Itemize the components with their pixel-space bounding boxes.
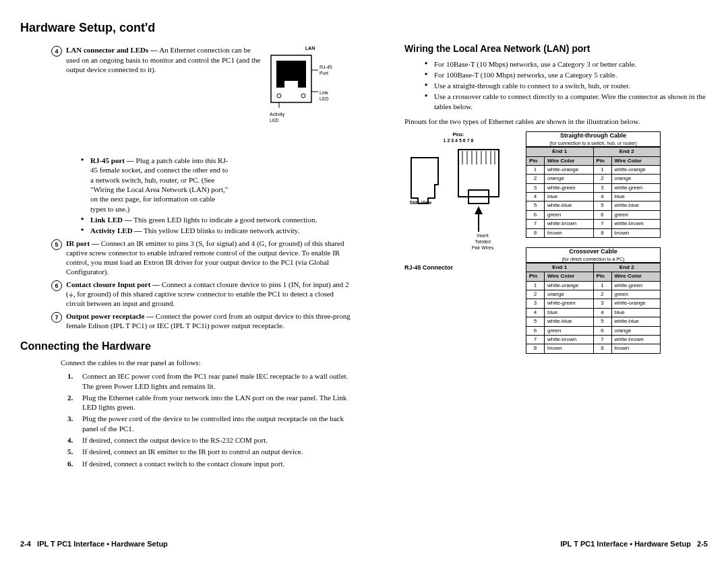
right-column: Wiring the Local Area Network (LAN) port…: [377, 42, 708, 534]
step-5: 5.If desired, connect an IR emitter to t…: [67, 447, 351, 456]
table-row: 5white-blue5white-blue: [526, 201, 661, 210]
table-row: 1white-orange1white-green: [526, 281, 661, 290]
circled-7-icon: 7: [51, 312, 62, 323]
step-3: 3.Plug the power cord of the device to b…: [67, 414, 351, 433]
svg-marker-19: [475, 206, 483, 214]
step-1: 1.Connect an IEC power cord from the PC1…: [67, 371, 351, 391]
item-4-sub-2: •Activity LED — This yellow LED blinks t…: [81, 226, 351, 235]
table-row: 8brown8brown: [526, 228, 661, 237]
wire-tables: Straight-through Cable (for connection t…: [526, 131, 708, 363]
table-row: 4blue4blue: [526, 308, 661, 317]
page-footer: 2-4 IPL T PC1 Interface • Hardware Setup…: [20, 535, 708, 549]
table-row: 8brown8brown: [526, 344, 661, 353]
circled-5-icon: 5: [51, 239, 62, 250]
item-5: 5 IR port — Connect an IR emitter to pin…: [51, 239, 351, 277]
wiring-bullet-0: •For 10Base-T (10 Mbps) networks, use a …: [425, 59, 708, 69]
table-row: 3white-green3white-orange: [526, 299, 661, 308]
page-title: Hardware Setup, cont'd: [20, 20, 708, 36]
table-row: 7white-brown7white-brown: [526, 335, 661, 344]
step-2: 2.Plug the Ethernet cable from your netw…: [67, 393, 351, 412]
connecting-heading: Connecting the Hardware: [20, 340, 351, 354]
table-row: 1white-orange1white-orange: [526, 165, 661, 174]
item-7: 7 Output power receptacle — Connect the …: [51, 311, 351, 331]
table-row: 7white-brown7white-brown: [526, 220, 661, 228]
table-row: 2orange2green: [526, 290, 661, 299]
straight-through-table: Straight-through Cable (for connection t…: [526, 131, 661, 238]
rj45-connector-icon: [404, 144, 512, 245]
table-row: 5white-blue5white-blue: [526, 317, 661, 326]
table-row: 4blue4blue: [526, 193, 661, 201]
svg-point-4: [301, 94, 305, 98]
lan-port-icon: [270, 51, 351, 112]
rj45-figure: Pins: 1 2 3 4 5 6 7 8: [404, 131, 512, 272]
item-4-sub-1: •Link LED — This green LED lights to ind…: [81, 215, 351, 224]
pinout-intro: Pinouts for the two types of Ethernet ca…: [404, 117, 708, 126]
item-4-sub-0: •RJ-45 port — Plug a patch cable into th…: [81, 156, 351, 214]
wiring-bullet-1: •For 100Base-T (100 Mbps) networks, use …: [425, 70, 708, 80]
item-4: 4 LAN RJ-4: [51, 45, 351, 153]
wiring-heading: Wiring the Local Area Network (LAN) port: [404, 42, 708, 55]
item-4-lead: LAN connector and LEDs —: [66, 46, 158, 54]
table-row: 3white-green3white-green: [526, 183, 661, 192]
svg-rect-2: [284, 81, 298, 89]
circled-6-icon: 6: [51, 280, 62, 291]
item-6: 6 Contact closure Input port — Connect a…: [51, 280, 351, 309]
crossover-table: Crossover Cable (for direct connection t…: [526, 247, 661, 354]
table-row: 6green6green: [526, 210, 661, 219]
table-row: 6green6orange: [526, 326, 661, 335]
step-4: 4.If desired, connect the output device …: [67, 435, 351, 445]
connecting-intro: Connect the cables to the rear panel as …: [61, 358, 351, 367]
circled-4-icon: 4: [51, 46, 62, 57]
table-row: 2orange2orange: [526, 175, 661, 183]
left-column: 4 LAN RJ-4: [20, 42, 351, 534]
wiring-bullet-2: •Use a straight-through cable to connect…: [425, 81, 708, 90]
svg-point-3: [277, 94, 281, 98]
step-6: 6.If desired, connect a contact switch t…: [67, 459, 351, 468]
lan-figure: LAN RJ-45 Port Link LED: [270, 45, 351, 150]
wiring-bullet-3: •Use a crossover cable to connect direct…: [425, 92, 708, 111]
